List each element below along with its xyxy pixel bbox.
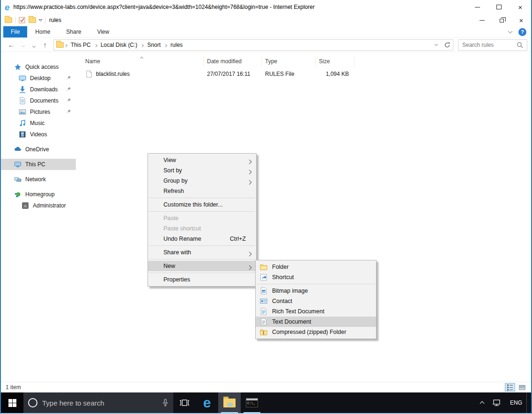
properties-button[interactable]	[18, 16, 26, 24]
explorer-restore-button[interactable]	[492, 14, 511, 26]
language-indicator[interactable]: ENG	[506, 392, 526, 413]
submenu-item-compressed-zipped-folder[interactable]: Compressed (zipped) Folder	[256, 327, 376, 337]
sidebar-item-onedrive[interactable]: OneDrive	[1, 144, 76, 155]
new-folder-button[interactable]	[29, 17, 36, 23]
menu-separator	[149, 211, 255, 212]
toolbar-separator	[45, 17, 45, 23]
sidebar-item-network[interactable]: Network	[1, 174, 76, 185]
column-header-size[interactable]: Size	[316, 56, 355, 67]
file-row-blacklist-rules[interactable]: blacklist.rules 27/07/2017 16:11 RULES F…	[76, 68, 531, 80]
breadcrumb-this-pc[interactable]: This PC	[68, 42, 94, 48]
menu-item-properties[interactable]: Properties	[148, 274, 256, 285]
large-icons-view-button[interactable]	[517, 383, 527, 392]
menu-item-sort-by[interactable]: Sort by	[148, 165, 256, 176]
ribbon-tab-bar: File Home Share View ?	[1, 26, 531, 38]
breadcrumb-separator	[65, 42, 67, 48]
customize-toolbar-dropdown[interactable]	[39, 19, 42, 21]
sidebar-item-music[interactable]: Music	[1, 118, 76, 129]
network-icon	[14, 176, 22, 183]
address-dropdown-button[interactable]	[430, 40, 442, 50]
menu-item-new[interactable]: New	[148, 261, 256, 271]
details-view-button[interactable]	[505, 383, 515, 392]
ie-close-button[interactable]: ×	[510, 0, 531, 14]
search-icon[interactable]	[517, 42, 523, 48]
sidebar-item-administrator[interactable]: A Administrator	[1, 200, 76, 211]
sidebar-item-this-pc[interactable]: This PC	[1, 159, 76, 170]
sidebar-item-downloads[interactable]: Downloads	[1, 84, 76, 95]
sidebar-item-desktop[interactable]: Desktop	[1, 73, 76, 84]
explorer-minimize-button[interactable]	[472, 14, 492, 26]
network-status-button[interactable]	[488, 392, 506, 413]
breadcrumb-snort[interactable]: Snort	[144, 42, 163, 48]
pin-icon	[66, 98, 71, 103]
show-desktop-button[interactable]	[526, 392, 531, 413]
column-header-name[interactable]: Name	[85, 56, 204, 67]
start-button[interactable]	[1, 392, 23, 413]
column-header-date-modified[interactable]: Date modified	[204, 56, 262, 67]
ie-minimize-button[interactable]	[466, 0, 488, 14]
menu-separator	[149, 273, 255, 273]
tab-share[interactable]: Share	[58, 26, 89, 37]
tab-file[interactable]: File	[3, 26, 27, 37]
explorer-titlebar: rules ×	[1, 14, 531, 26]
taskbar-file-explorer-button[interactable]	[218, 392, 241, 413]
submenu-item-folder[interactable]: Folder	[256, 262, 376, 272]
explorer-close-button[interactable]: ×	[511, 14, 531, 26]
breadcrumb-rules[interactable]: rules	[168, 42, 185, 48]
documents-icon	[19, 97, 26, 104]
submenu-arrow-icon	[248, 179, 251, 185]
sidebar-item-pictures[interactable]: Pictures	[1, 106, 76, 118]
submenu-item-shortcut[interactable]: Shortcut	[256, 272, 376, 282]
expand-ribbon-chevron[interactable]	[508, 29, 513, 34]
taskbar: Type here to search e ENG	[1, 392, 531, 413]
submenu-item-contact[interactable]: Contact	[256, 296, 376, 306]
breadcrumb-local-disk[interactable]: Local Disk (C:)	[98, 42, 140, 48]
menu-item-customize-this-folder[interactable]: Customize this folder...	[148, 200, 256, 210]
toolbar-separator	[15, 17, 15, 23]
rich-text-document-icon	[260, 308, 267, 315]
menu-item-paste-shortcut[interactable]: Paste shortcut	[148, 223, 256, 234]
zipped-folder-icon	[260, 328, 267, 336]
submenu-item-rich-text-document[interactable]: Rich Text Document	[256, 306, 376, 317]
help-button[interactable]: ?	[518, 28, 526, 36]
refresh-button[interactable]	[442, 40, 453, 50]
address-bar[interactable]: This PC Local Disk (C:) Snort rules	[53, 39, 453, 51]
submenu-item-bitmap-image[interactable]: Bitmap image	[256, 286, 376, 296]
desktop-icon	[19, 74, 26, 82]
forward-button[interactable]: →	[17, 41, 28, 49]
recent-locations-dropdown[interactable]	[28, 41, 39, 49]
menu-item-share-with[interactable]: Share with	[148, 247, 256, 258]
tab-home[interactable]: Home	[27, 26, 58, 37]
search-box[interactable]: Search rules	[458, 39, 527, 51]
submenu-item-text-document[interactable]: Text Document	[256, 317, 376, 327]
up-button[interactable]: ↑	[39, 41, 51, 49]
windows-logo-icon	[8, 399, 16, 407]
sidebar-item-videos[interactable]: Videos	[1, 129, 76, 140]
back-button[interactable]: ←	[6, 41, 17, 49]
taskbar-search-box[interactable]: Type here to search	[23, 392, 173, 413]
menu-item-refresh[interactable]: Refresh	[148, 186, 256, 196]
task-view-button[interactable]	[173, 392, 196, 413]
menu-item-paste[interactable]: Paste	[148, 213, 256, 223]
chevron-right-icon	[94, 44, 97, 47]
menu-item-undo-rename[interactable]: Undo RenameCtrl+Z	[148, 234, 256, 244]
sidebar-label: OneDrive	[25, 146, 49, 153]
menu-item-view[interactable]: View	[148, 155, 256, 165]
sidebar-item-documents[interactable]: Documents	[1, 95, 76, 106]
system-tray: ENG	[476, 392, 531, 413]
file-explorer-icon	[223, 399, 236, 407]
sidebar-item-quick-access[interactable]: Quick access	[1, 61, 76, 73]
taskbar-edge-button[interactable]: e	[196, 392, 218, 413]
column-header-type[interactable]: Type	[262, 56, 316, 67]
taskbar-command-prompt-button[interactable]	[241, 392, 263, 413]
menu-item-group-by[interactable]: Group by	[148, 176, 256, 186]
hidden-icons-button[interactable]	[476, 392, 488, 413]
sidebar-item-homegroup[interactable]: Homegroup	[1, 189, 76, 200]
task-view-icon	[179, 399, 190, 407]
status-bar: 1 item	[1, 382, 531, 392]
tab-view[interactable]: View	[89, 26, 117, 37]
music-icon	[19, 119, 26, 127]
sidebar-label: Pictures	[30, 109, 50, 115]
ie-maximize-button[interactable]	[488, 0, 510, 14]
search-placeholder: Search rules	[462, 42, 517, 48]
